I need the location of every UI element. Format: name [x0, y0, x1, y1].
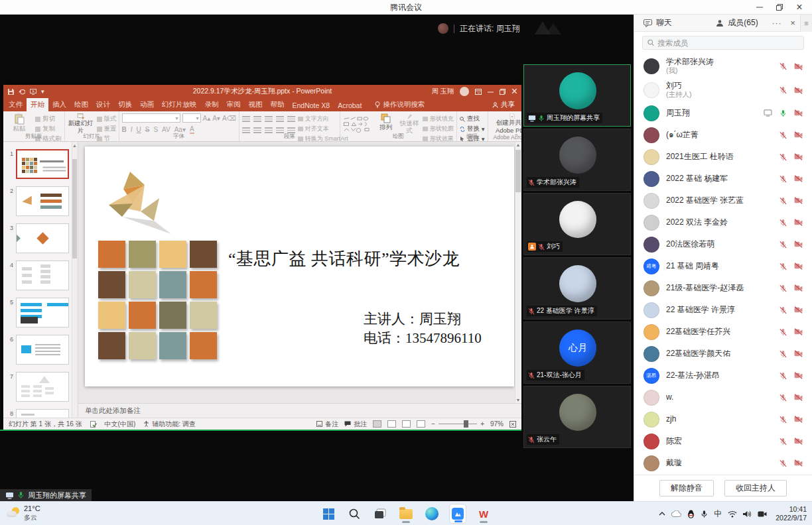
camera-off-icon[interactable] [794, 175, 803, 182]
camera-off-icon[interactable] [794, 87, 803, 94]
camera-off-icon[interactable] [794, 219, 803, 226]
member-row[interactable]: 20法医徐若萌 [634, 233, 812, 255]
ime-indicator[interactable]: 中 [714, 508, 722, 520]
create-share-pdf-button[interactable]: 创建并共享 Adobe PDF [491, 113, 522, 134]
member-row[interactable]: 2022 双法 李金姈 [634, 211, 812, 233]
task-view-button[interactable] [372, 504, 389, 524]
mic-muted-icon[interactable] [779, 62, 787, 70]
language-status[interactable]: 中文(中国) [105, 420, 136, 429]
camera-off-icon[interactable] [794, 63, 803, 70]
video-tile[interactable]: 张云午 [523, 386, 631, 448]
member-row[interactable]: 2022 基础医学 张艺蓝 [634, 190, 812, 211]
qq-icon[interactable] [687, 510, 695, 518]
ppt-ribbon-tab[interactable]: 录制 [201, 98, 223, 111]
zoom-slider[interactable]: − + [431, 420, 484, 428]
thumbnail-scrollbar[interactable]: ▲ [72, 142, 78, 418]
notes-pane[interactable]: 单击此处添加备注 [78, 403, 521, 418]
camera-off-icon[interactable] [794, 131, 803, 139]
slideshow-icon[interactable] [30, 89, 36, 95]
camera-off-icon[interactable] [794, 306, 803, 314]
mic-muted-icon[interactable] [779, 328, 787, 336]
decrease-indent-icon[interactable] [265, 116, 273, 122]
tray-mic-icon[interactable] [701, 510, 708, 518]
tray-time[interactable]: 10:41 [789, 505, 807, 514]
wps-button[interactable]: W [475, 504, 492, 524]
member-row[interactable]: 21级-基础医学-赵泽磊 [634, 277, 812, 299]
search-input[interactable] [657, 39, 799, 47]
shape-fill-button[interactable]: 形状填充 [423, 115, 454, 123]
reclaim-host-button[interactable]: 收回主持人 [724, 480, 787, 496]
find-button[interactable]: 查找 [460, 115, 485, 123]
tencent-meeting-button[interactable] [449, 504, 466, 524]
spellcheck-icon[interactable] [90, 421, 97, 428]
slide-thumbnail-image[interactable] [16, 372, 69, 402]
slide-thumbnail-image[interactable] [16, 335, 69, 365]
member-row[interactable]: zjh [634, 408, 812, 430]
mic-muted-icon[interactable] [779, 241, 787, 249]
shapes-gallery[interactable] [343, 115, 373, 135]
member-row[interactable]: w. [634, 386, 812, 408]
member-row[interactable]: 22 基础医学 许景淳 [634, 299, 812, 321]
numbering-icon[interactable] [253, 116, 261, 122]
member-row[interactable]: (๑´ω芷菁 [634, 124, 812, 146]
slide-thumbnail-image[interactable] [16, 409, 69, 418]
grow-font-icon[interactable]: A▴ [203, 115, 211, 122]
slide-thumbnail[interactable]: 7 [5, 372, 75, 402]
ppt-ribbon-tab[interactable]: 绘图 [70, 98, 92, 111]
ppt-ribbon-tab[interactable]: 动画 [136, 98, 158, 111]
slide-thumbnail-image[interactable] [16, 298, 69, 327]
camera-off-icon[interactable] [794, 372, 803, 379]
video-tile[interactable]: 刘巧 [523, 193, 631, 255]
camera-off-icon[interactable] [794, 438, 803, 445]
ppt-ribbon-tab[interactable]: 幻灯片放映 [158, 98, 201, 111]
notes-toggle[interactable]: 备注 [316, 420, 338, 429]
normal-view-button[interactable] [373, 420, 381, 428]
slide-canvas[interactable]: “基思广益 共话科研”学术沙龙 主讲人：周玉翔 电话：13547896110 [85, 146, 514, 386]
fit-to-window-icon[interactable] [509, 421, 516, 428]
accessibility-status[interactable]: 辅助功能: 调查 [143, 420, 196, 429]
volume-icon[interactable] [743, 510, 752, 518]
mic-muted-icon[interactable] [779, 175, 787, 183]
save-icon[interactable] [8, 89, 14, 95]
slideshow-view-button[interactable] [417, 420, 425, 428]
ppt-ribbon-tab[interactable]: 插入 [48, 98, 70, 111]
video-tile[interactable]: 22 基础医学 许景淳 [523, 257, 631, 320]
member-row[interactable]: 湛昂 22-基法-孙湛昂 [634, 365, 812, 386]
edge-button[interactable] [423, 504, 440, 524]
camera-off-icon[interactable] [794, 394, 803, 401]
slide-thumbnail[interactable]: 4 [5, 261, 75, 290]
video-tile[interactable]: 心月 21-双法-张心月 [523, 321, 631, 384]
slide-thumbnail[interactable]: 8 [5, 409, 75, 418]
slide-thumbnail-image[interactable] [16, 186, 69, 216]
new-slide-button[interactable]: 新建幻灯片 [68, 113, 94, 134]
zoom-level[interactable]: 97% [490, 420, 504, 428]
slide-thumbnail[interactable]: 5 [5, 298, 75, 327]
qat-customize-icon[interactable]: ▾ [41, 89, 44, 95]
slide-thumbnail-image[interactable] [16, 223, 69, 253]
ppt-minimize-button[interactable] [488, 89, 494, 95]
member-row[interactable]: 22基础医学颜天佑 [634, 343, 812, 365]
line-spacing-icon[interactable] [287, 116, 295, 122]
mic-muted-icon[interactable] [779, 438, 787, 445]
font-size-select[interactable]: ▾ [182, 113, 201, 123]
mic-on-icon[interactable] [779, 109, 787, 117]
ppt-ribbon-tab[interactable]: 视图 [245, 98, 267, 111]
quick-styles-button[interactable]: 快速样式 [399, 113, 419, 134]
member-search-box[interactable] [642, 36, 804, 50]
member-row[interactable]: 戴璇 [634, 452, 812, 474]
mic-muted-icon[interactable] [779, 131, 787, 139]
camera-off-icon[interactable] [794, 241, 803, 248]
mic-muted-icon[interactable] [779, 416, 787, 424]
increase-indent-icon[interactable] [276, 116, 284, 122]
member-row[interactable]: 靖粤 21 基础 周靖粤 [634, 255, 812, 277]
file-explorer-button[interactable] [397, 504, 415, 524]
tell-me-search[interactable]: 操作说明搜索 [375, 100, 425, 111]
slide-thumbnail-image[interactable] [16, 149, 69, 179]
panel-more-button[interactable]: ··· [768, 19, 785, 28]
reading-view-button[interactable] [402, 420, 411, 428]
ppt-share-button[interactable]: 共享 [486, 100, 521, 111]
shrink-font-icon[interactable]: A▾ [212, 115, 220, 122]
panel-menu-icon[interactable]: ≡ [800, 15, 812, 32]
ppt-ribbon-tab[interactable]: 开始 [27, 98, 48, 111]
camera-off-icon[interactable] [794, 197, 803, 204]
